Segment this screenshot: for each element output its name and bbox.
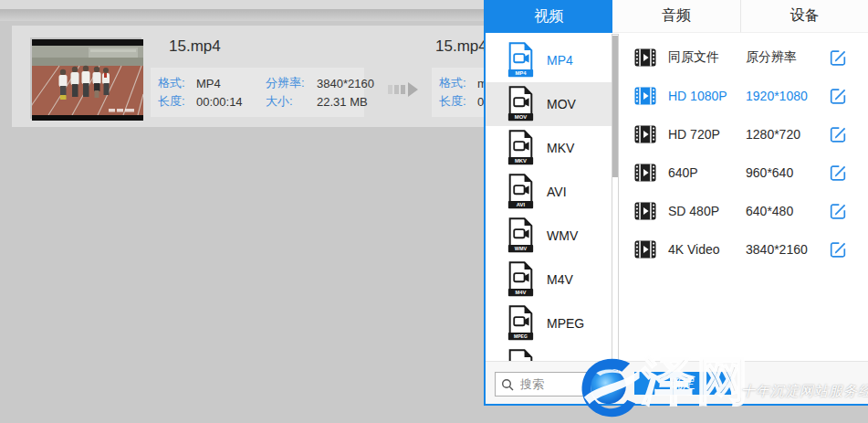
svg-text:WMV: WMV <box>515 246 528 251</box>
svg-text:MPEG: MPEG <box>514 333 528 339</box>
preset-name: SD 480P <box>668 204 746 218</box>
edit-icon[interactable] <box>829 202 847 220</box>
preset-list: 同原文件 原分辨率 HD 1080P 1920*1080 <box>619 33 868 361</box>
video-file-icon: MOV <box>507 86 535 122</box>
tab-audio[interactable]: 音频 <box>612 0 740 33</box>
svg-text:AVI: AVI <box>517 202 526 207</box>
search-input[interactable] <box>518 376 607 392</box>
format-item-mkv[interactable]: MKV MKV <box>486 126 612 170</box>
format-value: MP4 <box>196 77 266 90</box>
preset-resolution: 1280*720 <box>746 127 829 142</box>
format-label: AVI <box>547 185 567 199</box>
video-thumbnail[interactable] <box>30 37 141 119</box>
app-window: 15.mp4 格式: MP4 分辨率: 3840*2160 长度: 00:00:… <box>0 0 868 423</box>
preset-name: 同原文件 <box>668 49 746 66</box>
format-label: MKV <box>547 141 574 155</box>
preset-row-4k[interactable]: 4K Video 3840*2160 <box>619 230 868 269</box>
thumbnail-watermark <box>109 109 134 112</box>
preset-row-hd720p[interactable]: HD 720P 1280*720 <box>619 115 868 153</box>
resolution-value: 3840*2160 <box>317 77 374 90</box>
size-value: 22.31 MB <box>317 95 374 109</box>
edit-icon[interactable] <box>829 164 847 182</box>
panel-bottom-bar: 确定 <box>486 361 868 404</box>
format-item-m4v[interactable]: M4V M4V <box>486 258 612 301</box>
video-file-icon: M4V <box>507 261 535 298</box>
svg-text:MKV: MKV <box>515 158 527 164</box>
preset-resolution: 1920*1080 <box>746 89 829 103</box>
tab-device[interactable]: 设备 <box>740 0 868 33</box>
filmstrip-icon <box>634 162 656 184</box>
edit-icon[interactable] <box>829 240 847 259</box>
format-label: MPEG <box>547 316 584 331</box>
duration-label: 长度: <box>158 93 196 110</box>
filmstrip-icon <box>634 85 656 107</box>
preset-name: HD 720P <box>668 127 746 142</box>
preset-row-original[interactable]: 同原文件 原分辨率 <box>619 38 868 77</box>
source-file-info: 格式: MP4 分辨率: 3840*2160 长度: 00:00:14 大小: … <box>151 68 364 117</box>
format-label: M4V <box>547 272 573 287</box>
size-label: 大小: <box>266 93 317 110</box>
format-tabs: 视频 音频 设备 <box>486 0 868 33</box>
convert-arrow-icon <box>388 82 420 97</box>
video-file-icon <box>507 349 535 361</box>
filmstrip-icon <box>634 47 656 69</box>
format-item-mp4[interactable]: MP4 MP4 <box>486 38 612 82</box>
preset-name: 640P <box>668 165 746 180</box>
source-file-title: 15.mp4 <box>169 37 221 56</box>
format-label: 格式: <box>439 75 477 91</box>
filmstrip-icon <box>634 238 656 260</box>
preset-resolution: 640*480 <box>746 204 829 218</box>
preset-resolution: 960*640 <box>746 165 829 180</box>
video-file-icon: MKV <box>507 130 535 166</box>
edit-icon[interactable] <box>829 125 847 143</box>
search-icon <box>501 378 514 391</box>
scrollbar-thumb[interactable] <box>612 36 618 177</box>
format-label: 格式: <box>158 75 196 91</box>
tab-video[interactable]: 视频 <box>486 0 612 33</box>
duration-value: 00:00:14 <box>196 95 266 109</box>
svg-text:MP4: MP4 <box>515 70 527 76</box>
edit-icon[interactable] <box>829 87 847 105</box>
format-item-avi[interactable]: AVI AVI <box>486 170 612 214</box>
format-picker-panel: 视频 音频 设备 MP4 MP4 <box>484 0 868 406</box>
svg-text:M4V: M4V <box>515 290 526 295</box>
video-file-icon: AVI <box>507 174 535 210</box>
preset-row-sd480p[interactable]: SD 480P 640*480 <box>619 192 868 230</box>
thumbnail-image <box>32 39 143 121</box>
edit-icon[interactable] <box>829 48 847 67</box>
preset-resolution: 3840*2160 <box>746 242 829 257</box>
format-sidebar: MP4 MP4 MOV MOV <box>486 33 612 361</box>
video-file-icon: MP4 <box>507 42 535 79</box>
format-item-partial[interactable] <box>486 345 612 361</box>
format-item-mov[interactable]: MOV MOV <box>486 82 612 126</box>
duration-label: 长度: <box>439 93 477 110</box>
format-label: WMV <box>547 228 578 243</box>
format-label: MP4 <box>547 53 573 68</box>
preset-resolution: 原分辨率 <box>746 49 829 66</box>
format-label: MOV <box>547 97 576 111</box>
preset-row-640p[interactable]: 640P 960*640 <box>619 153 868 192</box>
filmstrip-icon <box>634 200 656 222</box>
confirm-button[interactable]: 确定 <box>634 372 731 395</box>
format-item-mpeg[interactable]: MPEG MPEG <box>486 301 612 345</box>
video-file-icon: MPEG <box>507 305 535 342</box>
format-scrollbar[interactable] <box>612 34 619 398</box>
search-box[interactable] <box>495 372 613 397</box>
preset-name: HD 1080P <box>668 89 746 103</box>
svg-text:MOV: MOV <box>515 114 527 120</box>
filmstrip-icon <box>634 123 656 145</box>
preset-row-hd1080p[interactable]: HD 1080P 1920*1080 <box>619 77 868 115</box>
resolution-label: 分辨率: <box>266 75 317 91</box>
output-file-title: 15.mp4 <box>435 37 487 56</box>
format-item-wmv[interactable]: WMV WMV <box>486 214 612 258</box>
preset-name: 4K Video <box>668 242 746 257</box>
video-file-icon: WMV <box>507 217 535 254</box>
